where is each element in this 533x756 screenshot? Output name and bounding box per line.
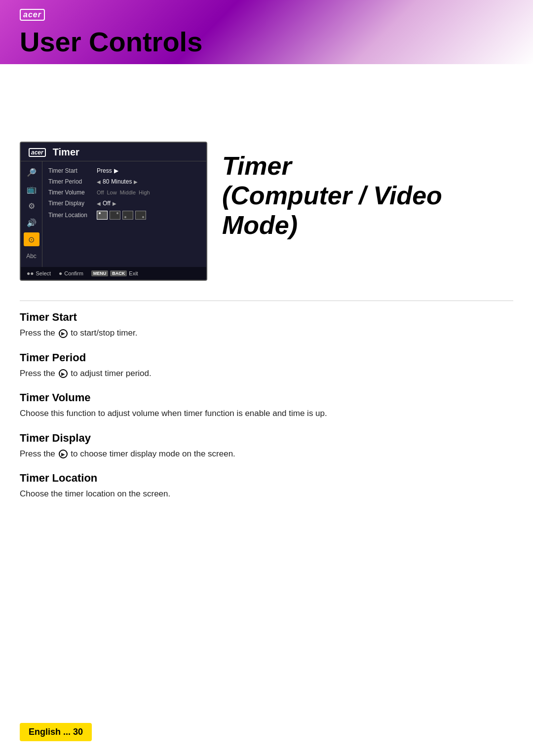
timer-location-value xyxy=(97,211,146,220)
language-icon: Abc xyxy=(26,253,37,260)
desc-timer-period-heading: Timer Period xyxy=(20,351,513,364)
mode-title-text: Timer(Computer / VideoMode) xyxy=(222,151,513,240)
confirm-circle: ● xyxy=(59,270,62,277)
osd-menu: acer Timer 🔎 📺 ⚙ 🔊 xyxy=(20,142,207,281)
desc-timer-start-text: Press the ▶ to start/stop timer. xyxy=(20,327,513,340)
descriptions-section: Timer Start Press the ▶ to start/stop ti… xyxy=(20,311,513,500)
section-divider xyxy=(20,301,513,301)
footer-confirm: ● Confirm xyxy=(59,270,83,277)
osd-row-timer-display: Timer Display ◀ Off ▶ xyxy=(48,198,200,209)
osd-sidebar: 🔎 📺 ⚙ 🔊 ⊙ Abc xyxy=(21,161,42,267)
gear-icon: ⚙ xyxy=(28,201,35,211)
sidebar-item-volume[interactable]: 🔊 xyxy=(24,216,39,229)
osd-header: acer Timer xyxy=(21,143,206,161)
search-icon: 🔎 xyxy=(27,168,37,177)
desc-timer-location: Timer Location Choose the timer location… xyxy=(20,472,513,500)
desc-timer-location-heading: Timer Location xyxy=(20,472,513,485)
timer-start-value: Press ▶ xyxy=(97,167,118,174)
menu-key: MENU xyxy=(91,270,109,276)
loc-bottom-left[interactable] xyxy=(122,211,133,220)
sidebar-item-settings[interactable]: ⚙ xyxy=(24,199,39,213)
osd-acer-logo: acer xyxy=(29,148,47,157)
period-unit: Minutes xyxy=(111,178,132,185)
select-label: Select xyxy=(36,270,51,276)
sidebar-item-timer[interactable]: ⊙ xyxy=(24,232,39,246)
page-header: acer User Controls xyxy=(0,0,533,68)
desc-timer-volume-text: Choose this function to adjust volume wh… xyxy=(20,407,513,420)
loc-top-right[interactable] xyxy=(110,211,120,220)
loc-top-left[interactable] xyxy=(97,211,108,220)
timer-display-label: Timer Display xyxy=(48,200,93,207)
exit-label: Exit xyxy=(129,270,138,276)
timer-icon: ⊙ xyxy=(28,235,35,244)
vol-high: High xyxy=(139,189,150,195)
logo-bracket: acer xyxy=(20,9,45,21)
display-current: Off xyxy=(103,200,111,207)
osd-body: 🔎 📺 ⚙ 🔊 ⊙ Abc xyxy=(21,161,206,267)
page-footer: English ... 30 xyxy=(20,723,92,741)
volume-icon: 🔊 xyxy=(27,218,37,227)
osd-menu-title: Timer xyxy=(53,147,79,158)
footer-select: ●● Select xyxy=(27,270,51,277)
two-column-layout: acer Timer 🔎 📺 ⚙ 🔊 xyxy=(20,142,513,281)
vol-low: Low xyxy=(107,189,116,195)
timer-location-label: Timer Location xyxy=(48,212,93,219)
period-arrow-right: ▶ xyxy=(134,179,138,185)
desc-timer-display: Timer Display Press the ▶ to choose time… xyxy=(20,432,513,460)
page-number-badge: English ... 30 xyxy=(20,723,92,741)
vol-middle: Middle xyxy=(120,189,136,195)
desc-timer-display-text: Press the ▶ to choose timer display mode… xyxy=(20,448,513,460)
sidebar-item-search[interactable]: 🔎 xyxy=(24,165,39,179)
back-key: BACK xyxy=(110,270,127,276)
page-title: User Controls xyxy=(20,26,513,58)
timer-start-arrow: ▶ xyxy=(114,167,118,174)
osd-row-timer-period: Timer Period ◀ 80 Minutes ▶ xyxy=(48,176,200,187)
period-arrow-left: ◀ xyxy=(97,179,101,185)
osd-row-timer-volume: Timer Volume Off Low Middle High xyxy=(48,187,200,198)
loc-bottom-right[interactable] xyxy=(135,211,146,220)
vol-off: Off xyxy=(97,189,104,195)
osd-footer: ●● Select ● Confirm MENU BACK Exit xyxy=(21,267,206,280)
osd-row-timer-location: Timer Location xyxy=(48,209,200,222)
display-icon: 📺 xyxy=(27,185,37,194)
timer-start-label: Timer Start xyxy=(48,167,93,174)
confirm-label: Confirm xyxy=(64,270,83,276)
footer-menu: MENU BACK Exit xyxy=(91,270,138,276)
osd-logo-bracket: acer xyxy=(29,148,46,157)
circle-arrow-period: ▶ xyxy=(59,369,68,378)
desc-timer-period-text: Press the ▶ to adjust timer period. xyxy=(20,367,513,380)
timer-start-text: Press xyxy=(97,167,112,174)
location-icons xyxy=(97,211,146,220)
desc-timer-volume: Timer Volume Choose this function to adj… xyxy=(20,391,513,420)
desc-timer-start: Timer Start Press the ▶ to start/stop ti… xyxy=(20,311,513,340)
volume-options: Off Low Middle High xyxy=(97,189,150,195)
timer-display-value: ◀ Off ▶ xyxy=(97,200,116,207)
sidebar-item-language[interactable]: Abc xyxy=(24,249,39,263)
period-number: 80 xyxy=(103,178,109,185)
display-arrow-left: ◀ xyxy=(97,201,101,206)
desc-timer-period: Timer Period Press the ▶ to adjust timer… xyxy=(20,351,513,380)
circle-arrow-start: ▶ xyxy=(59,329,68,338)
osd-main-panel: Timer Start Press ▶ Timer Period ◀ 80 Mi… xyxy=(42,161,206,267)
display-arrow-right: ▶ xyxy=(113,201,116,206)
sidebar-item-display[interactable]: 📺 xyxy=(24,182,39,196)
timer-volume-label: Timer Volume xyxy=(48,189,93,196)
desc-timer-start-heading: Timer Start xyxy=(20,311,513,324)
timer-period-value: ◀ 80 Minutes ▶ xyxy=(97,178,138,185)
timer-volume-value: Off Low Middle High xyxy=(97,189,150,195)
osd-row-timer-start: Timer Start Press ▶ xyxy=(48,165,200,176)
circle-arrow-display: ▶ xyxy=(59,450,68,458)
mode-title-area: Timer(Computer / VideoMode) xyxy=(222,142,513,281)
acer-logo-header: acer xyxy=(20,9,513,21)
desc-timer-display-heading: Timer Display xyxy=(20,432,513,445)
select-circles: ●● xyxy=(27,270,34,277)
desc-timer-volume-heading: Timer Volume xyxy=(20,391,513,404)
desc-timer-location-text: Choose the timer location on the screen. xyxy=(20,488,513,500)
main-content: acer Timer 🔎 📺 ⚙ 🔊 xyxy=(0,132,533,532)
timer-period-label: Timer Period xyxy=(48,178,93,185)
